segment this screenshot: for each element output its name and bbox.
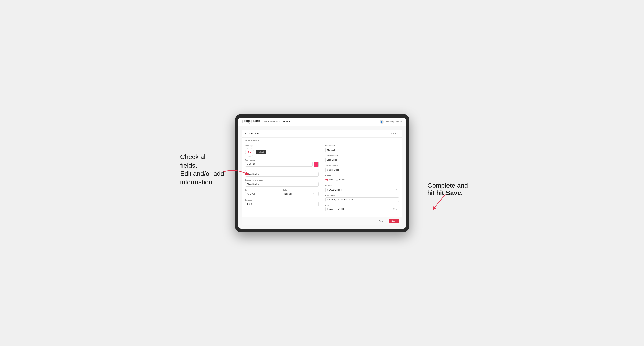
cancel-x-button[interactable]: Cancel ✕ — [390, 132, 399, 135]
annotation-line2: Edit and/or add — [180, 170, 224, 177]
conference-clear-icon[interactable]: ✕ — [393, 198, 395, 200]
gender-row: Mens Womens — [325, 177, 399, 182]
conference-select[interactable]: University Athletic Association ✕ ⌄ — [325, 197, 399, 202]
save-button[interactable]: Save — [388, 219, 399, 223]
cancel-button[interactable]: Cancel — [378, 219, 387, 223]
form-panel: Create Team Cancel ✕ TEAM DETAILS Team l… — [242, 130, 402, 225]
main-content: Create Team Cancel ✕ TEAM DETAILS Team l… — [238, 127, 406, 229]
section-label: TEAM DETAILS — [242, 138, 402, 143]
color-swatch[interactable] — [314, 162, 319, 167]
conference-chevron-icon[interactable]: ⌄ — [396, 198, 397, 200]
state-controls: ✕ ⌄ — [313, 193, 317, 195]
arrow-left-icon — [223, 166, 249, 178]
form-title: Create Team — [245, 132, 260, 135]
annotation-line3: information. — [180, 178, 214, 186]
display-name-field: Display name (unique) — [245, 179, 319, 186]
logo-text: SCOREBOARD — [242, 120, 260, 122]
state-chevron-icon[interactable]: ⌄ — [315, 193, 317, 195]
team-colour-label: Team colour — [245, 159, 319, 161]
form-left: Team logo C Upload Team colo — [242, 143, 322, 217]
form-body: Team logo C Upload Team colo — [242, 143, 402, 217]
city-field: City — [245, 189, 281, 196]
color-input-row — [245, 162, 319, 167]
mens-radio[interactable] — [325, 179, 328, 181]
division-label: Division — [325, 185, 399, 187]
nav-tournaments[interactable]: TOURNAMENTS — [264, 120, 280, 123]
annotation-left: Check all fields. Edit and/or add inform… — [180, 153, 225, 186]
team-colour-field: Team colour — [245, 159, 319, 167]
annotation-right-line1: Complete and — [428, 182, 468, 189]
conference-controls: ✕ ⌄ — [393, 198, 397, 200]
team-name-label: Team name — [245, 169, 319, 171]
logo-area: SCOREBOARD Powered by clippd — [242, 120, 260, 124]
team-name-input[interactable] — [245, 172, 319, 177]
asst-coach-field: Assistant Coach — [325, 155, 399, 162]
zip-field: Zip code — [245, 199, 319, 206]
head-coach-label: Head Coach — [325, 145, 399, 147]
head-coach-field: Head Coach — [325, 145, 399, 152]
nav-teams[interactable]: TEAMS — [283, 120, 290, 123]
zip-label: Zip code — [245, 199, 319, 201]
nav-right: 👤 Test User | Sign out — [380, 120, 402, 124]
state-field: State New York ✕ ⌄ — [282, 189, 319, 196]
annotation-right-line2: hit hit Save. — [428, 189, 463, 196]
form-right: Head Coach Assistant Coach Athletic Dire… — [322, 143, 402, 217]
gender-field: Gender Mens — [325, 174, 399, 182]
logo-upload-area: C Upload — [245, 148, 319, 157]
team-logo-label: Team logo — [245, 145, 319, 147]
logo-sub: Powered by clippd — [242, 122, 260, 124]
tablet-screen: SCOREBOARD Powered by clippd TOURNAMENTS… — [238, 118, 406, 229]
nav-links: TOURNAMENTS TEAMS — [264, 120, 290, 123]
conference-label: Conference — [325, 195, 399, 197]
nav-bar: SCOREBOARD Powered by clippd TOURNAMENTS… — [238, 118, 406, 127]
display-name-input[interactable] — [245, 182, 319, 186]
state-label: State — [282, 189, 319, 191]
zip-input[interactable] — [245, 202, 319, 206]
gender-womens-option[interactable]: Womens — [336, 179, 347, 181]
display-name-label: Display name (unique) — [245, 179, 319, 181]
avatar: 👤 — [380, 120, 384, 124]
region-controls: ✕ ⌄ — [393, 208, 397, 210]
tablet-device: SCOREBOARD Powered by clippd TOURNAMENTS… — [235, 114, 409, 232]
region-value: Region II - (M) DIII — [327, 208, 344, 210]
city-label: City — [245, 189, 281, 191]
logo-circle: C — [245, 148, 254, 157]
division-select-wrapper: NCAA Division III ▲▼ — [325, 187, 399, 192]
annotation-line1: Check all fields. — [180, 153, 207, 169]
division-select[interactable]: NCAA Division III — [325, 187, 399, 192]
region-chevron-icon[interactable]: ⌄ — [396, 208, 397, 210]
state-clear-icon[interactable]: ✕ — [313, 193, 314, 195]
city-input[interactable] — [245, 192, 281, 196]
conference-field: Conference University Athletic Associati… — [325, 195, 399, 202]
region-label: Region — [325, 204, 399, 206]
city-state-row: City State New York ✕ ⌄ — [245, 189, 319, 196]
gender-mens-option[interactable]: Mens — [325, 179, 334, 181]
region-select[interactable]: Region II - (M) DIII ✕ ⌄ — [325, 207, 399, 211]
annotation-right: Complete and hit hit Save. — [428, 182, 468, 197]
division-field: Division NCAA Division III ▲▼ — [325, 185, 399, 192]
signout-link[interactable]: Sign out — [396, 121, 402, 123]
athletic-dir-input[interactable] — [325, 168, 399, 172]
team-name-field: Team name — [245, 169, 319, 177]
form-footer: Cancel Save — [242, 217, 402, 225]
asst-coach-input[interactable] — [325, 158, 399, 162]
state-select[interactable]: New York ✕ ⌄ — [282, 192, 319, 196]
womens-radio[interactable] — [336, 179, 338, 181]
upload-button[interactable]: Upload — [256, 150, 266, 154]
asst-coach-label: Assistant Coach — [325, 155, 399, 157]
user-label: Test User | — [385, 121, 394, 123]
team-logo-field: Team logo C Upload — [245, 145, 319, 157]
form-header: Create Team Cancel ✕ — [242, 130, 402, 138]
colour-input[interactable] — [245, 162, 312, 167]
state-value: New York — [284, 193, 293, 195]
region-clear-icon[interactable]: ✕ — [393, 208, 395, 210]
head-coach-input[interactable] — [325, 148, 399, 152]
athletic-dir-label: Athletic Director — [325, 165, 399, 167]
athletic-dir-field: Athletic Director — [325, 165, 399, 172]
conference-value: University Athletic Association — [327, 198, 354, 201]
region-field: Region Region II - (M) DIII ✕ ⌄ — [325, 204, 399, 211]
gender-label: Gender — [325, 174, 399, 177]
